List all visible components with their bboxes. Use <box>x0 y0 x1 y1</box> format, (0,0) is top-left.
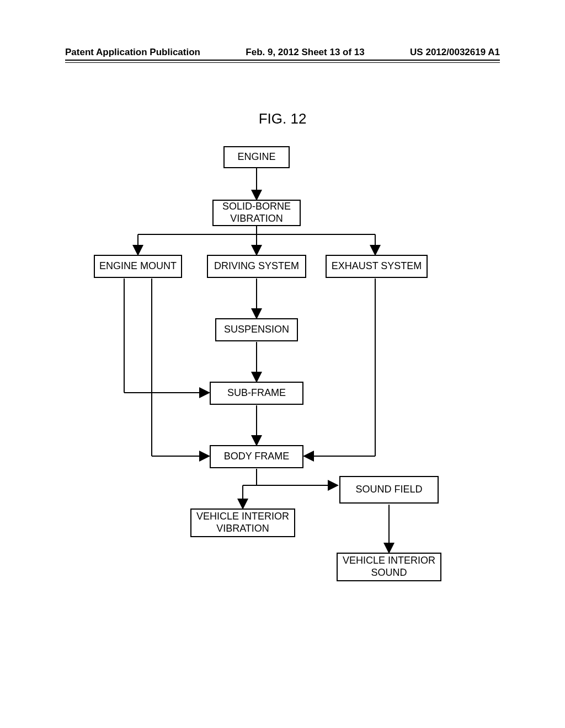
header-rule <box>65 60 500 61</box>
box-sub-frame-label: SUB-FRAME <box>227 387 286 399</box>
box-body-frame: BODY FRAME <box>210 445 303 468</box>
header-center: Feb. 9, 2012 Sheet 13 of 13 <box>246 47 364 58</box>
box-solid-borne-vibration: SOLID-BORNE VIBRATION <box>212 200 301 226</box>
box-sub-frame: SUB-FRAME <box>210 382 303 405</box>
box-exhaust-system: EXHAUST SYSTEM <box>326 255 428 278</box>
box-driving-system-label: DRIVING SYSTEM <box>214 260 299 272</box>
box-vehicle-interior-sound-label: VEHICLE INTERIOR SOUND <box>343 555 435 579</box>
box-engine: ENGINE <box>223 146 290 168</box>
header-rule-thin <box>65 62 500 63</box>
page-header: Patent Application Publication Feb. 9, 2… <box>65 47 500 58</box>
box-engine-mount: ENGINE MOUNT <box>94 255 182 278</box>
box-body-frame-label: BODY FRAME <box>224 451 290 463</box>
box-sound-field: SOUND FIELD <box>339 476 439 504</box>
box-vehicle-interior-sound: VEHICLE INTERIOR SOUND <box>337 553 441 581</box>
flowchart-diagram: ENGINE SOLID-BORNE VIBRATION ENGINE MOUN… <box>99 146 463 598</box>
figure-title: FIG. 12 <box>0 110 565 127</box>
box-engine-mount-label: ENGINE MOUNT <box>99 260 177 272</box>
box-vehicle-interior-vibration: VEHICLE INTERIOR VIBRATION <box>190 508 295 537</box>
box-driving-system: DRIVING SYSTEM <box>207 255 306 278</box>
box-exhaust-system-label: EXHAUST SYSTEM <box>332 260 422 272</box>
header-right: US 2012/0032619 A1 <box>410 47 500 58</box>
box-suspension-label: SUSPENSION <box>224 324 289 336</box>
box-suspension: SUSPENSION <box>215 318 298 341</box>
box-engine-label: ENGINE <box>237 151 275 163</box>
box-solid-borne-label: SOLID-BORNE VIBRATION <box>222 201 291 224</box>
box-sound-field-label: SOUND FIELD <box>355 484 422 496</box>
box-vehicle-interior-vibration-label: VEHICLE INTERIOR VIBRATION <box>196 511 289 534</box>
header-left: Patent Application Publication <box>65 47 200 58</box>
